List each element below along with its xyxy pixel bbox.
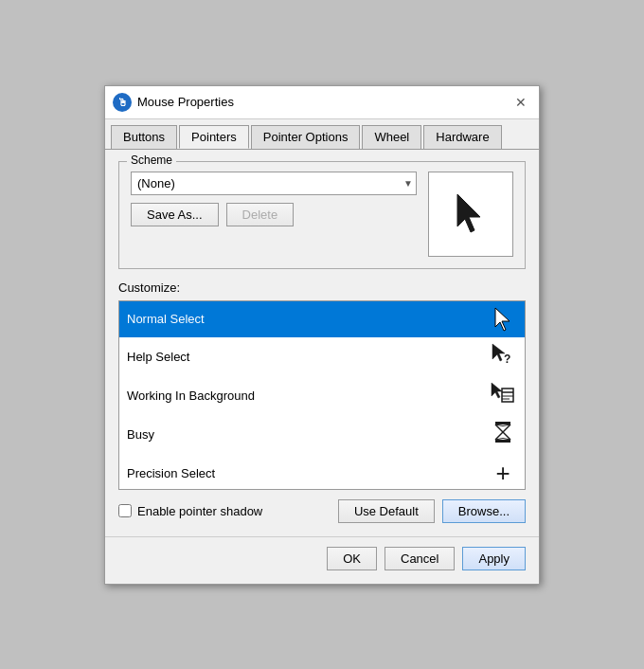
scheme-left: (None) Windows Aero (system scheme) Wind… bbox=[131, 172, 417, 257]
cursor-icon-working-background bbox=[489, 381, 517, 410]
apply-button[interactable]: Apply bbox=[462, 547, 526, 570]
svg-marker-4 bbox=[492, 383, 502, 398]
tab-content: Scheme (None) Windows Aero (system schem… bbox=[105, 150, 539, 536]
ok-button[interactable]: OK bbox=[327, 547, 377, 570]
cursor-icon-help-select: ? bbox=[489, 342, 517, 371]
scheme-controls: Save As... Delete bbox=[131, 203, 417, 226]
bottom-controls: Enable pointer shadow Use Default Browse… bbox=[118, 499, 526, 523]
window-icon: 🖱 bbox=[113, 93, 132, 112]
title-bar-left: 🖱 Mouse Properties bbox=[113, 93, 234, 112]
scheme-inner: (None) Windows Aero (system scheme) Wind… bbox=[131, 172, 513, 257]
cancel-button[interactable]: Cancel bbox=[385, 547, 455, 570]
list-item-help-select[interactable]: Help Select ? bbox=[119, 337, 525, 376]
list-item-label-normal-select: Normal Select bbox=[127, 312, 205, 326]
pointer-shadow-label[interactable]: Enable pointer shadow bbox=[118, 504, 262, 518]
tab-bar: Buttons Pointers Pointer Options Wheel H… bbox=[105, 119, 539, 150]
cursor-preview-svg bbox=[452, 190, 490, 238]
dialog-buttons: OK Cancel Apply bbox=[105, 536, 539, 584]
tab-wheel[interactable]: Wheel bbox=[362, 125, 421, 149]
list-item-precision-select[interactable]: Precision Select + bbox=[119, 454, 525, 490]
mouse-properties-window: 🖱 Mouse Properties ✕ Buttons Pointers Po… bbox=[104, 85, 540, 585]
tab-pointer-options[interactable]: Pointer Options bbox=[251, 125, 361, 149]
scheme-group-title: Scheme bbox=[127, 154, 176, 167]
tab-buttons[interactable]: Buttons bbox=[111, 125, 177, 149]
list-item-working-background[interactable]: Working In Background bbox=[119, 376, 525, 415]
svg-rect-5 bbox=[502, 389, 513, 402]
list-item-label-precision-select: Precision Select bbox=[127, 466, 215, 480]
svg-marker-0 bbox=[457, 194, 480, 232]
scheme-dropdown[interactable]: (None) Windows Aero (system scheme) Wind… bbox=[131, 172, 417, 195]
cursor-preview-box bbox=[428, 172, 513, 257]
svg-text:?: ? bbox=[504, 353, 510, 366]
svg-marker-1 bbox=[495, 308, 510, 331]
cursor-icon-normal-select bbox=[491, 306, 517, 333]
browse-button[interactable]: Browse... bbox=[442, 499, 526, 523]
customize-label: Customize: bbox=[118, 280, 526, 295]
save-as-button[interactable]: Save As... bbox=[131, 203, 219, 226]
svg-rect-10 bbox=[495, 440, 510, 443]
cursor-icon-precision-select: + bbox=[489, 459, 517, 488]
list-item-label-busy: Busy bbox=[127, 427, 154, 442]
window-title: Mouse Properties bbox=[137, 95, 234, 109]
cursor-action-buttons: Use Default Browse... bbox=[338, 499, 526, 523]
title-bar: 🖱 Mouse Properties ✕ bbox=[105, 86, 539, 119]
list-item-label-working-background: Working In Background bbox=[127, 389, 255, 403]
close-button[interactable]: ✕ bbox=[510, 92, 531, 113]
list-item-busy[interactable]: Busy bbox=[119, 415, 525, 454]
scheme-select-container: (None) Windows Aero (system scheme) Wind… bbox=[131, 172, 417, 195]
tab-hardware[interactable]: Hardware bbox=[423, 125, 501, 149]
use-default-button[interactable]: Use Default bbox=[338, 499, 435, 523]
list-item-label-help-select: Help Select bbox=[127, 350, 189, 364]
list-item-normal-select[interactable]: Normal Select bbox=[119, 301, 525, 337]
cursor-icon-busy bbox=[489, 420, 517, 449]
pointer-shadow-checkbox[interactable] bbox=[118, 504, 132, 517]
scheme-group: Scheme (None) Windows Aero (system schem… bbox=[118, 161, 526, 269]
tab-pointers[interactable]: Pointers bbox=[179, 125, 249, 149]
svg-rect-9 bbox=[495, 422, 510, 425]
cursor-list[interactable]: Normal Select Help Select ? bbox=[118, 300, 526, 490]
pointer-shadow-text: Enable pointer shadow bbox=[137, 504, 262, 518]
delete-button[interactable]: Delete bbox=[226, 203, 295, 226]
